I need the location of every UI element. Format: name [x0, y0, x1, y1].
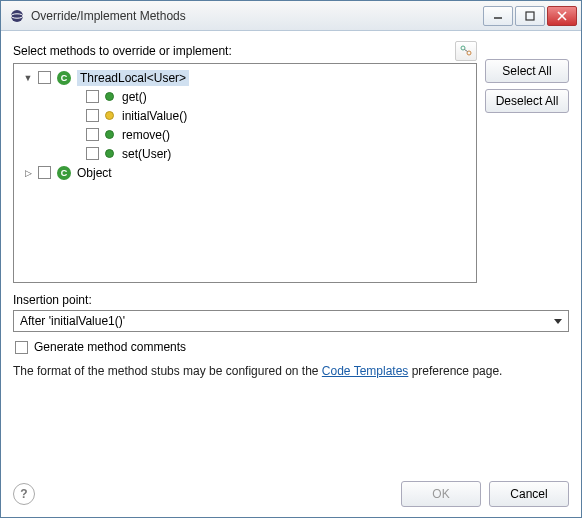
tree-checkbox[interactable]: [86, 109, 99, 122]
code-templates-link[interactable]: Code Templates: [322, 364, 409, 378]
svg-point-7: [467, 51, 471, 55]
tree-row[interactable]: ▷CObject: [16, 163, 474, 182]
public-method-icon: [105, 92, 114, 101]
class-icon: C: [57, 71, 71, 85]
tree-row[interactable]: get(): [16, 87, 474, 106]
tree-item-label: remove(): [122, 128, 170, 142]
dropdown-arrow-icon: [554, 314, 562, 328]
class-icon: C: [57, 166, 71, 180]
filter-button[interactable]: [455, 41, 477, 61]
generate-comments-row: Generate method comments: [13, 340, 569, 354]
tree-row[interactable]: initialValue(): [16, 106, 474, 125]
tree-header-label: Select methods to override or implement:: [13, 44, 451, 58]
insertion-point-select[interactable]: After 'initialValue1()': [13, 310, 569, 332]
collapse-icon[interactable]: ▼: [22, 72, 34, 84]
generate-comments-label: Generate method comments: [34, 340, 186, 354]
window-title: Override/Implement Methods: [31, 9, 483, 23]
tree-header: Select methods to override or implement:: [13, 41, 477, 61]
public-method-icon: [105, 130, 114, 139]
minimize-button[interactable]: [483, 6, 513, 26]
tree-row[interactable]: ▼CThreadLocal<User>: [16, 68, 474, 87]
tree-row[interactable]: set(User): [16, 144, 474, 163]
tree-row[interactable]: remove(): [16, 125, 474, 144]
ok-button[interactable]: OK: [401, 481, 481, 507]
lower-section: Insertion point: After 'initialValue1()'…: [13, 293, 569, 378]
footer: ? OK Cancel: [13, 465, 569, 507]
generate-comments-checkbox[interactable]: [15, 341, 28, 354]
eclipse-icon: [9, 8, 25, 24]
upper-section: Select methods to override or implement:…: [13, 41, 569, 283]
expander-placeholder: [70, 129, 82, 141]
tree-checkbox[interactable]: [86, 90, 99, 103]
help-button[interactable]: ?: [13, 483, 35, 505]
svg-point-6: [461, 46, 465, 50]
insertion-point-value: After 'initialValue1()': [20, 314, 125, 328]
svg-line-8: [465, 50, 468, 52]
tree-checkbox[interactable]: [86, 128, 99, 141]
expander-placeholder: [70, 110, 82, 122]
expander-placeholder: [70, 91, 82, 103]
tree-item-label: get(): [122, 90, 147, 104]
side-buttons: Select All Deselect All: [485, 41, 569, 283]
deselect-all-button[interactable]: Deselect All: [485, 89, 569, 113]
methods-tree[interactable]: ▼CThreadLocal<User>get()initialValue()re…: [13, 63, 477, 283]
titlebar[interactable]: Override/Implement Methods: [1, 1, 581, 31]
cancel-button[interactable]: Cancel: [489, 481, 569, 507]
protected-method-icon: [105, 111, 114, 120]
dialog-content: Select methods to override or implement:…: [1, 31, 581, 517]
svg-point-0: [11, 10, 23, 22]
format-note: The format of the method stubs may be co…: [13, 364, 569, 378]
expander-placeholder: [70, 148, 82, 160]
public-method-icon: [105, 149, 114, 158]
dialog-window: Override/Implement Methods Select method…: [0, 0, 582, 518]
tree-item-label: initialValue(): [122, 109, 187, 123]
tree-column: Select methods to override or implement:…: [13, 41, 477, 283]
tree-checkbox[interactable]: [86, 147, 99, 160]
tree-checkbox[interactable]: [38, 71, 51, 84]
maximize-button[interactable]: [515, 6, 545, 26]
select-all-button[interactable]: Select All: [485, 59, 569, 83]
insertion-point-label: Insertion point:: [13, 293, 569, 307]
tree-item-label: set(User): [122, 147, 171, 161]
tree-item-label: ThreadLocal<User>: [77, 70, 189, 86]
format-note-suffix: preference page.: [408, 364, 502, 378]
close-button[interactable]: [547, 6, 577, 26]
window-buttons: [483, 6, 577, 26]
tree-checkbox[interactable]: [38, 166, 51, 179]
format-note-prefix: The format of the method stubs may be co…: [13, 364, 322, 378]
expand-icon[interactable]: ▷: [22, 167, 34, 179]
tree-item-label: Object: [77, 166, 112, 180]
svg-rect-3: [526, 12, 534, 20]
